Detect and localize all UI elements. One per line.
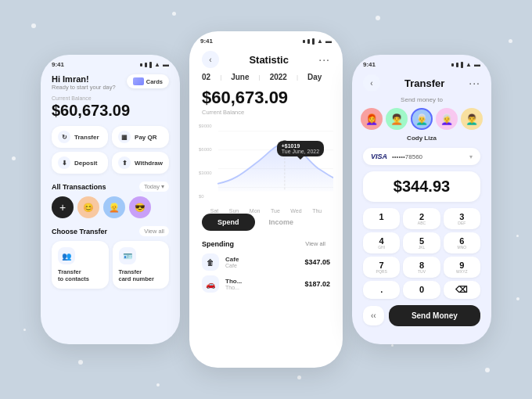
tooltip-value: +$1019 [282,143,319,149]
send-money-button[interactable]: Send Money [389,305,480,326]
num-key-1[interactable]: 1 [363,208,400,229]
tab-income[interactable]: Income [261,214,302,231]
left-content: Hi Imran! Ready to start your day? Cards… [41,71,180,297]
view-all-link[interactable]: View all [139,226,169,236]
payqr-button[interactable]: ▦ Pay QR [112,126,169,148]
y-label-6000: $6000 [199,147,212,152]
m-signal-1 [303,40,305,43]
transfer-contacts-card[interactable]: 👥 Transferto contacts [52,241,109,289]
tooltip-date: Tue June, 2022 [282,149,319,154]
middle-phone: 9:41 ▲ ▬ ‹ Statistic ··· 02 | June | 202… [189,31,343,368]
x-sat: Sat [210,208,219,214]
r-signal-2 [456,63,458,67]
signal-bar-2 [145,63,147,67]
wifi-icon: ▲ [154,61,160,68]
add-transaction-button[interactable]: + [52,196,74,218]
transfer-contacts-label: Transferto contacts [58,268,89,282]
page-title: Statistic [249,54,289,66]
greeting-row: Hi Imran! Ready to start your day? Cards [52,74,169,91]
today-filter[interactable]: Today ▾ [139,182,169,192]
transfer-button[interactable]: ↻ Transfer [52,126,108,148]
right-nav-row: ‹ Transfer ··· [363,74,480,92]
num-key-7[interactable]: 7PQRS [363,257,400,278]
tab-row: Spend Income [202,214,330,231]
avatar-4[interactable]: 👩‍🦳 [436,108,458,130]
tho-icon: 🚗 [202,275,219,293]
left-phone: 9:41 ▲ ▬ Hi Imran! Ready to start your d… [41,55,180,344]
withdraw-button[interactable]: ⬆ Withdraw [112,152,169,174]
r-battery-icon: ▬ [474,61,480,68]
transfer-card-number-card[interactable]: 🪪 Transfercard number [113,241,170,289]
avatars-row: 👩‍🦰 🧑‍🦱 👨‍🦳 👩‍🦳 👨‍🦱 [363,108,480,130]
right-more-button[interactable]: ··· [469,77,480,89]
num-key-2[interactable]: 2ABC [403,208,440,229]
balance-amount: $60,673.09 [52,102,169,120]
cards-button[interactable]: Cards [127,74,169,88]
x-thu: Thu [312,208,322,214]
m-signal-3 [312,38,315,45]
date-view: Day [307,73,322,81]
avatar-1[interactable]: 👩‍🦰 [361,108,383,130]
spending-title: Spending [202,240,234,248]
num-key-8[interactable]: 8TUV [403,257,440,278]
amount-display: $344.93 [363,171,480,202]
right-page-title: Transfer [404,77,444,89]
spending-items: 🗑 Cafe Cafe $347.05 🚗 Tho... Tho... [202,253,330,293]
signal-bar-3 [149,62,152,68]
deposit-button[interactable]: ⬇ Deposit [52,152,108,174]
transfer-card-label: Transfercard number [119,268,154,282]
date-month: June [231,73,249,81]
right-status-icons: ▲ ▬ [451,61,480,68]
tab-spend[interactable]: Spend [202,214,255,231]
cards-label: Cards [146,78,163,85]
visa-logo: VISA [371,153,387,160]
avatar-jack[interactable]: 😊 [77,196,99,218]
right-content: ‹ Transfer ··· Send money to 👩‍🦰 🧑‍🦱 👨‍🦳… [352,71,491,334]
avatar-extra[interactable]: 😎 [129,196,151,218]
back-arrows-button[interactable]: ‹‹ [363,306,384,325]
avatar-3-selected[interactable]: 👨‍🦳 [411,108,433,130]
spending-section: Spending View all 🗑 Cafe Cafe $347.05 🚗 [202,239,330,293]
transfer-icon: ↻ [58,131,70,143]
right-back-button[interactable]: ‹ [363,74,380,92]
num-key-3[interactable]: 3DEF [444,208,480,229]
choose-transfer-grid: 👥 Transferto contacts 🪪 Transfercard num… [52,241,169,289]
date-year: 2022 [270,73,287,81]
tho-info: Tho... Tho... [225,278,298,290]
x-tue: Tue [271,208,280,214]
stat-balance-label: Current Balance [202,109,330,116]
transactions-header: All Transactions Today ▾ [52,182,169,192]
num-key-backspace[interactable]: ⌫ [444,281,480,299]
deposit-icon: ⬇ [58,156,70,169]
num-key-9[interactable]: 9WXYZ [444,257,480,278]
send-row: ‹‹ Send Money [363,305,480,326]
back-button[interactable]: ‹ [202,51,219,68]
y-label-3000: $3000 [199,171,212,175]
more-button[interactable]: ··· [318,53,330,66]
avatar-2[interactable]: 🧑‍🦱 [386,108,408,130]
num-key-dot[interactable]: . [363,281,400,299]
tho-sub: Tho... [225,285,298,290]
num-key-5[interactable]: 5JKL [403,232,440,253]
num-key-0[interactable]: 0 [403,281,440,299]
num-key-4[interactable]: 4GHI [363,232,400,253]
avatar-alex[interactable]: 👱 [103,196,125,218]
selected-name: Cody Liza [363,135,480,142]
greeting-text: Hi Imran! Ready to start your day? [52,74,116,91]
transfer-label: Transfer [74,134,99,141]
y-labels: $9000 $6000 $3000 $0 [199,122,212,200]
tho-amount: $187.02 [304,280,330,288]
transfer-contacts-icon: 👥 [58,247,75,264]
avatar-5[interactable]: 👨‍🦱 [461,108,483,130]
x-mon: Mon [250,208,261,214]
stat-balance: $60,673.09 [202,88,330,108]
spending-view-all[interactable]: View all [300,239,330,249]
m-battery-icon: ▬ [325,38,332,45]
right-phone: 9:41 ▲ ▬ ‹ Transfer ··· Send money to 👩‍… [352,55,491,344]
date-row: 02 | June | 2022 | Day [202,73,330,81]
card-selector[interactable]: VISA ••••••78560 ▾ [363,148,480,165]
date-day: 02 [202,73,210,81]
num-key-6[interactable]: 6MNO [444,232,480,253]
numpad: 1 2ABC 3DEF 4GHI 5JKL 6MNO 7PQRS 8TUV 9W… [363,208,480,299]
left-status-icons: ▲ ▬ [140,61,169,68]
